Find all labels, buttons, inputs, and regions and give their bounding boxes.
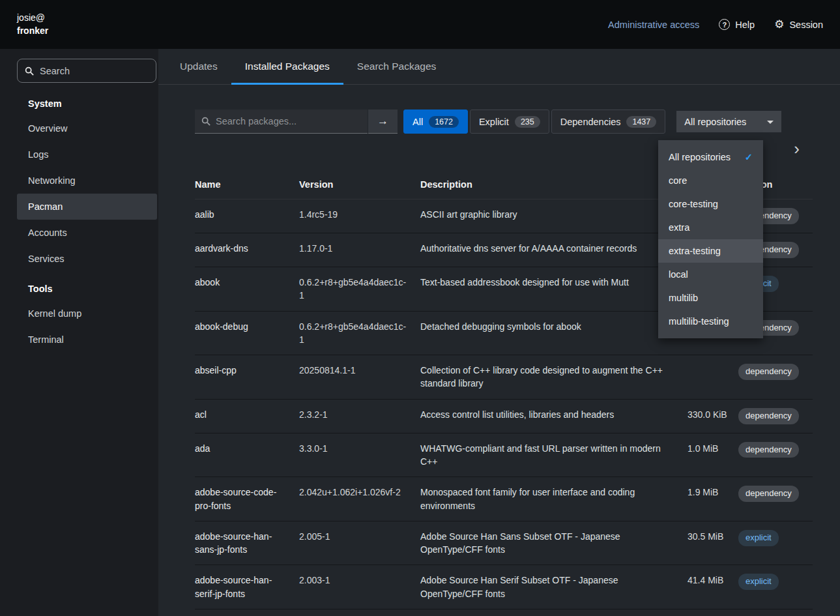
pkg-description: ASCII art graphic library (420, 199, 688, 233)
repo-option-label: multilib (669, 293, 698, 303)
session-menu-button[interactable]: ⚙ Session (774, 19, 823, 30)
repository-dropdown-menu: All repositories ✓ core ✓ core-testing ✓… (658, 140, 763, 338)
pkg-description: GNOME standard cursors (420, 609, 688, 616)
repo-option-label: local (669, 269, 688, 280)
filter-dependencies[interactable]: Dependencies 1437 (551, 110, 666, 134)
reason-badge: dependency (738, 408, 799, 424)
repo-option-multilib-testing[interactable]: multilib-testing ✓ (658, 310, 763, 333)
sidebar-item-kernel-dump[interactable]: Kernel dump (17, 301, 157, 327)
filter-label: Dependencies (560, 117, 621, 127)
reason-badge: explicit (738, 574, 779, 590)
pkg-reason: dependency (738, 399, 813, 433)
repo-option-label: core (669, 175, 687, 186)
main-content: Updates Installed Packages Search Packag… (158, 49, 840, 616)
tab-search-packages[interactable]: Search Packages (343, 49, 450, 84)
check-icon: ✓ (745, 152, 753, 162)
pkg-reason: explicit (738, 565, 813, 609)
sidebar-item-accounts[interactable]: Accounts (17, 220, 157, 246)
table-row[interactable]: acl 2.3.2-1 Access control list utilitie… (195, 399, 813, 433)
search-icon (25, 66, 34, 76)
pkg-size: 1.0 MiB (688, 433, 738, 477)
repo-option-label: All repositories (669, 152, 731, 162)
packages-toolbar: → All 1672 Explicit 235 Dependencies 143… (195, 110, 840, 134)
table-row[interactable]: adobe-source-code-pro-fonts 2.042u+1.062… (195, 477, 813, 521)
sidebar-item-services[interactable]: Services (17, 246, 157, 272)
repo-option-label: multilib-testing (669, 316, 729, 327)
pkg-version: 1.4rc5-19 (299, 199, 420, 233)
pkg-description: Adobe Source Han Serif Subset OTF - Japa… (420, 565, 688, 609)
help-icon: ? (719, 19, 730, 30)
pkg-reason: dependency (738, 477, 813, 521)
pkg-description: Access control list utilities, libraries… (420, 399, 688, 433)
column-header-name: Name (195, 170, 299, 199)
tab-installed-packages[interactable]: Installed Packages (231, 49, 343, 84)
masthead: josie@ fronker Administrative access ? H… (0, 0, 840, 49)
package-search-input[interactable] (216, 116, 361, 126)
pkg-name: abook-debug (195, 311, 299, 355)
pkg-version: 0.6.2+r8+gb5e4a4daec1c-1 (299, 267, 420, 311)
pkg-reason: dependency (738, 355, 813, 400)
sidebar-item-logs[interactable]: Logs (17, 141, 157, 168)
table-row[interactable]: adobe-source-han-sans-jp-fonts 2.005-1 A… (195, 521, 813, 565)
help-menu-button[interactable]: ? Help (719, 19, 755, 30)
pkg-size: 1.9 MiB (688, 477, 738, 521)
pkg-name: adobe-source-code-pro-fonts (195, 477, 299, 521)
repo-option-core-testing[interactable]: core-testing ✓ (658, 192, 763, 216)
sidebar-search-input[interactable] (40, 66, 149, 76)
pkg-version: 2.3.2-1 (299, 399, 420, 433)
nav-list: OverviewLogsNetworkingPacmanAccountsServ… (0, 115, 158, 272)
repo-option-all-repositories[interactable]: All repositories ✓ (658, 145, 763, 169)
package-search[interactable] (195, 110, 368, 134)
table-row[interactable]: ada 3.3.0-1 WHATWG-compliant and fast UR… (195, 433, 813, 477)
tab-label: Updates (180, 61, 218, 72)
filter-count-badge: 1672 (429, 116, 459, 128)
filter-all[interactable]: All 1672 (403, 110, 468, 134)
pkg-description: WHATWG-compliant and fast URL parser wri… (420, 433, 688, 477)
repo-option-core[interactable]: core ✓ (658, 169, 763, 192)
reason-badge: explicit (738, 530, 779, 546)
table-row[interactable]: abseil-cpp 20250814.1-1 Collection of C+… (195, 355, 813, 400)
nav-section-title: System (0, 87, 158, 115)
pkg-version: 49.0-1 (299, 609, 420, 616)
pagination-next-button[interactable]: › (794, 140, 800, 157)
host-name: fronker (17, 25, 48, 38)
filter-count-badge: 235 (515, 116, 540, 128)
table-row[interactable]: adobe-source-han-serif-jp-fonts 2.003-1 … (195, 565, 813, 609)
pkg-size: 11.4 MiB (688, 609, 738, 616)
pkg-version: 0.6.2+r8+gb5e4a4daec1c-1 (299, 311, 420, 355)
search-submit-button[interactable]: → (368, 110, 398, 134)
filter-label: All (413, 117, 423, 127)
tab-updates[interactable]: Updates (166, 49, 231, 84)
reason-badge: dependency (738, 364, 799, 380)
pkg-version: 2.003-1 (299, 565, 420, 609)
repository-dropdown-toggle[interactable]: All repositories (676, 111, 781, 132)
pkg-name: adobe-source-han-sans-jp-fonts (195, 521, 299, 565)
sidebar-item-networking[interactable]: Networking (17, 168, 157, 194)
pkg-version: 3.3.0-1 (299, 433, 420, 477)
repo-option-multilib[interactable]: multilib ✓ (658, 286, 763, 310)
pkg-size: 30.5 MiB (688, 521, 738, 565)
help-label: Help (735, 20, 755, 30)
pkg-reason: dependency (738, 609, 813, 616)
pkg-description: Detached debugging symbols for abook (420, 311, 688, 355)
user-name: josie@ (17, 12, 48, 25)
search-icon (201, 117, 210, 126)
pkg-size (688, 355, 738, 400)
nav-section-tools: Tools Kernel dumpTerminal (0, 272, 158, 353)
sidebar-item-terminal[interactable]: Terminal (17, 327, 157, 353)
sidebar-item-pacman[interactable]: Pacman (17, 194, 157, 220)
repo-option-extra[interactable]: extra ✓ (658, 216, 763, 239)
administrative-access-button[interactable]: Administrative access (608, 20, 699, 30)
caret-down-icon (767, 121, 774, 127)
filter-label: Explicit (479, 117, 509, 127)
pkg-name: aalib (195, 199, 299, 233)
sidebar-search[interactable] (17, 59, 156, 83)
filter-toggle-group: All 1672 Explicit 235 Dependencies 1437 (403, 110, 665, 134)
pkg-name: aardvark-dns (195, 233, 299, 267)
sidebar-item-overview[interactable]: Overview (17, 115, 157, 141)
filter-explicit[interactable]: Explicit 235 (470, 110, 549, 134)
user-identity[interactable]: josie@ fronker (17, 12, 48, 37)
repo-option-extra-testing[interactable]: extra-testing ✓ (658, 239, 763, 263)
repo-option-local[interactable]: local ✓ (658, 263, 763, 286)
table-row[interactable]: adwaita-cursors 49.0-1 GNOME standard cu… (195, 609, 813, 616)
